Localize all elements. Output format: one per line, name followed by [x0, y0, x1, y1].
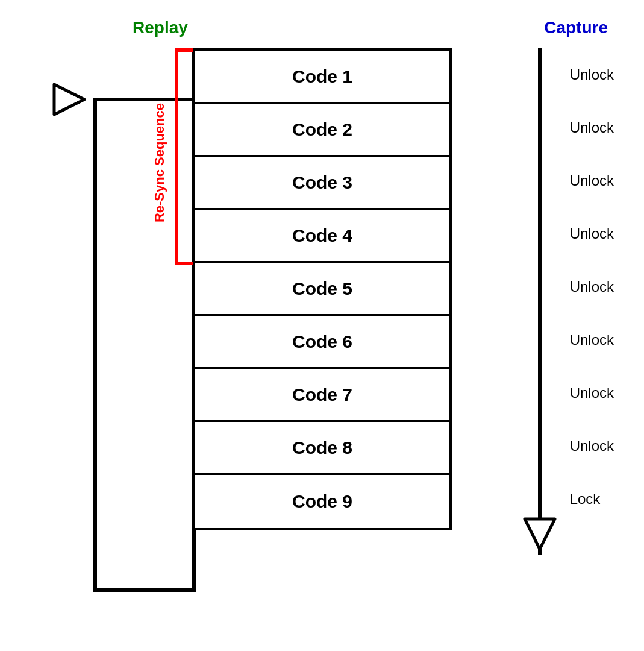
code-label-6: Code 6 [292, 332, 352, 352]
capture-label: Capture [544, 18, 608, 37]
code-stack: Code 1 Code 2 Code 3 Code 4 Code 5 Code … [193, 48, 452, 530]
unlock-labels-container: Unlock Unlock Unlock Unlock Unlock Unloc… [570, 48, 614, 526]
lock-text-9: Lock [570, 491, 601, 508]
code-label-3: Code 3 [292, 172, 352, 193]
code-row-3: Code 3 [195, 157, 449, 210]
unlock-item-6: Unlock [570, 313, 614, 366]
capture-arrow-down-icon [522, 516, 558, 555]
code-row-1: Code 1 [195, 51, 449, 104]
svg-marker-0 [54, 84, 84, 115]
unlock-text-3: Unlock [570, 172, 614, 189]
unlock-text-2: Unlock [570, 119, 614, 136]
code-label-8: Code 8 [292, 438, 352, 458]
replay-label: Replay [133, 18, 188, 37]
code-row-7: Code 7 [195, 369, 449, 422]
unlock-text-6: Unlock [570, 332, 614, 348]
code-label-7: Code 7 [292, 385, 352, 405]
code-row-2: Code 2 [195, 104, 449, 157]
diagram-container: Replay Capture Re-Sync Sequence Code 1 C… [0, 0, 644, 651]
code-label-1: Code 1 [292, 66, 352, 87]
unlock-item-7: Unlock [570, 366, 614, 420]
code-label-4: Code 4 [292, 225, 352, 246]
code-row-8: Code 8 [195, 422, 449, 475]
resync-label-container: Re-Sync Sequence [145, 66, 175, 259]
unlock-item-8: Unlock [570, 420, 614, 473]
unlock-item-4: Unlock [570, 207, 614, 260]
unlock-item-2: Unlock [570, 101, 614, 154]
code-label-5: Code 5 [292, 278, 352, 299]
unlock-text-1: Unlock [570, 66, 614, 83]
loop-line-bottom [93, 588, 196, 592]
unlock-item-3: Unlock [570, 154, 614, 207]
code-row-9: Code 9 [195, 475, 449, 528]
code-row-6: Code 6 [195, 316, 449, 369]
capture-line [538, 48, 542, 555]
unlock-text-4: Unlock [570, 225, 614, 242]
unlock-text-7: Unlock [570, 385, 614, 401]
unlock-item-1: Unlock [570, 48, 614, 101]
unlock-text-5: Unlock [570, 278, 614, 295]
code-label-2: Code 2 [292, 119, 352, 140]
code-label-9: Code 9 [292, 491, 352, 512]
unlock-item-5: Unlock [570, 260, 614, 313]
code-row-5: Code 5 [195, 263, 449, 316]
svg-marker-1 [525, 519, 555, 549]
resync-bracket [175, 48, 195, 265]
replay-arrow-icon [48, 78, 90, 123]
code-row-4: Code 4 [195, 210, 449, 263]
unlock-item-9: Lock [570, 473, 614, 526]
resync-text: Re-Sync Sequence [152, 103, 167, 222]
unlock-text-8: Unlock [570, 438, 614, 454]
loop-line-left [93, 98, 97, 592]
